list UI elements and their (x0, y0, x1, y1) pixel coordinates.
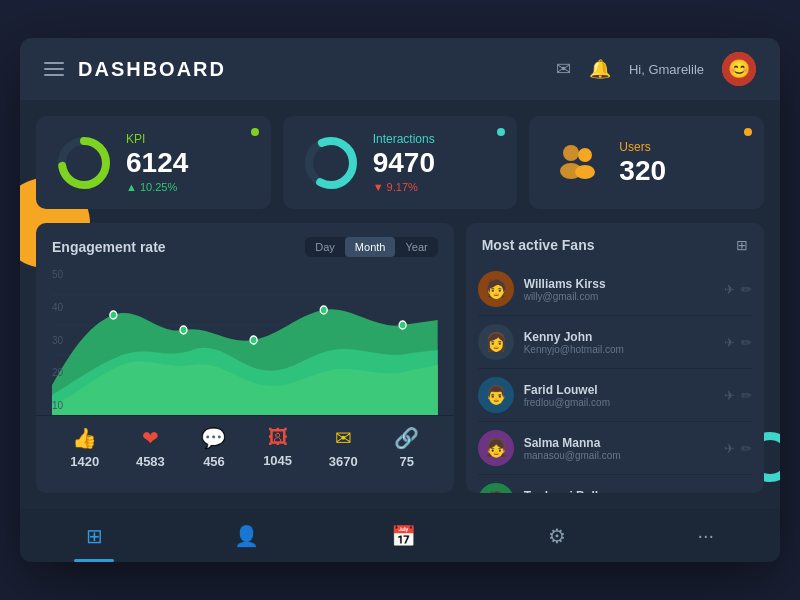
fan-email-3: fredlou@gmail.com (524, 397, 714, 408)
kpi-label-3: Users (619, 140, 744, 154)
fan-avatar-2: 👩 (478, 324, 514, 360)
time-toggle: Day Month Year (305, 237, 437, 257)
edit-icon-3[interactable]: ✏ (741, 388, 752, 403)
fan-name-2: Kenny John (524, 330, 714, 344)
fan-email-2: Kennyjo@hotmail.com (524, 344, 714, 355)
edit-icon-4[interactable]: ✏ (741, 441, 752, 456)
stat-images: 🖼 1045 (263, 426, 292, 469)
send-icon-2[interactable]: ✈ (724, 335, 735, 350)
nav-profile[interactable]: 👤 (214, 520, 279, 552)
fan-actions-1: ✈ ✏ (724, 282, 752, 297)
stats-row: 👍 1420 ❤ 4583 💬 456 🖼 1045 (36, 415, 454, 479)
engagement-card: Engagement rate Day Month Year 50 40 30 … (36, 223, 454, 493)
hamburger-menu[interactable] (44, 62, 64, 76)
stat-likes: 👍 1420 (70, 426, 99, 469)
kpi-info-3: Users 320 (619, 140, 744, 185)
kpi-icon-1 (56, 135, 112, 191)
fan-avatar-4: 👧 (478, 430, 514, 466)
fan-actions-3: ✈ ✏ (724, 388, 752, 403)
kpi-info-1: KPI 6124 ▲ 10.25% (126, 132, 251, 193)
kpi-info-2: Interactions 9470 ▼ 9.17% (373, 132, 498, 193)
fan-item: 🧔 Touhami Bell touhbell@gmail.com ✈ ✏ (478, 475, 752, 493)
engagement-chart-svg (52, 265, 438, 415)
nav-calendar[interactable]: 📅 (371, 520, 436, 552)
bell-icon[interactable]: 🔔 (589, 58, 611, 80)
more-nav-icon: ··· (697, 524, 714, 547)
stat-comments: 💬 456 (201, 426, 226, 469)
main-content: KPI 6124 ▲ 10.25% Interactions 9470 (20, 100, 780, 509)
kpi-change-2: ▼ 9.17% (373, 181, 498, 193)
y-label-20: 20 (52, 367, 63, 378)
y-axis: 50 40 30 20 10 (52, 265, 63, 415)
fan-actions-2: ✈ ✏ (724, 335, 752, 350)
edit-icon-1[interactable]: ✏ (741, 282, 752, 297)
fan-item: 👧 Salma Manna manasou@gmail.com ✈ ✏ (478, 422, 752, 475)
time-btn-month[interactable]: Month (345, 237, 396, 257)
kpi-label-1: KPI (126, 132, 251, 146)
header-left: DASHBOARD (44, 58, 226, 81)
y-label-40: 40 (52, 302, 63, 313)
kpi-row: KPI 6124 ▲ 10.25% Interactions 9470 (36, 116, 764, 209)
fan-email-4: manasou@gmail.com (524, 450, 714, 461)
send-icon-4[interactable]: ✈ (724, 441, 735, 456)
fan-info-2: Kenny John Kennyjo@hotmail.com (524, 330, 714, 355)
send-icon-3[interactable]: ✈ (724, 388, 735, 403)
likes-value: 1420 (70, 454, 99, 469)
fan-list: 🧑 Williams Kirss willy@gmail.com ✈ ✏ 👩 (466, 263, 764, 493)
avatar-image: 😊 (722, 52, 756, 86)
svg-point-7 (575, 165, 595, 179)
dashboard-nav-icon: ⊞ (86, 524, 103, 548)
svg-point-14 (250, 336, 257, 344)
edit-icon-2[interactable]: ✏ (741, 335, 752, 350)
stat-hearts: ❤ 4583 (136, 426, 165, 469)
kpi-donut-svg-1 (56, 135, 112, 191)
fan-item: 👨 Farid Louwel fredlou@gmail.com ✈ ✏ (478, 369, 752, 422)
comments-value: 456 (203, 454, 225, 469)
dashboard-container: DASHBOARD ✉ 🔔 Hi, Gmarelile 😊 (20, 38, 780, 562)
greeting-text: Hi, Gmarelile (629, 62, 704, 77)
fan-avatar-5: 🧔 (478, 483, 514, 493)
nav-settings[interactable]: ⚙ (528, 520, 586, 552)
images-value: 1045 (263, 453, 292, 468)
grid-icon[interactable]: ⊞ (736, 237, 748, 253)
svg-point-15 (320, 306, 327, 314)
fan-email-1: willy@gmail.com (524, 291, 714, 302)
kpi-change-1: ▲ 10.25% (126, 181, 251, 193)
svg-point-12 (110, 311, 117, 319)
kpi-dot-2 (497, 128, 505, 136)
header-right: ✉ 🔔 Hi, Gmarelile 😊 (556, 52, 756, 86)
fan-name-4: Salma Manna (524, 436, 714, 450)
fan-info-5: Touhami Bell touhbell@gmail.com (524, 489, 714, 494)
fan-item: 👩 Kenny John Kennyjo@hotmail.com ✈ ✏ (478, 316, 752, 369)
fan-name-5: Touhami Bell (524, 489, 714, 494)
kpi-value-3: 320 (619, 157, 744, 185)
header: DASHBOARD ✉ 🔔 Hi, Gmarelile 😊 (20, 38, 780, 100)
fan-name-1: Williams Kirss (524, 277, 714, 291)
hearts-value: 4583 (136, 454, 165, 469)
svg-point-16 (399, 321, 406, 329)
kpi-dot-3 (744, 128, 752, 136)
fans-card: Most active Fans ⊞ 🧑 Williams Kirss will… (466, 223, 764, 493)
nav-more[interactable]: ··· (677, 520, 734, 552)
fans-title: Most active Fans (482, 237, 595, 253)
profile-nav-icon: 👤 (234, 524, 259, 548)
send-icon-1[interactable]: ✈ (724, 282, 735, 297)
engagement-title: Engagement rate (52, 239, 166, 255)
nav-dashboard[interactable]: ⊞ (66, 520, 123, 552)
mail-icon[interactable]: ✉ (556, 58, 571, 80)
stat-links: 🔗 75 (394, 426, 419, 469)
kpi-value-1: 6124 (126, 149, 251, 177)
calendar-nav-icon: 📅 (391, 524, 416, 548)
avatar[interactable]: 😊 (722, 52, 756, 86)
kpi-icon-2 (303, 135, 359, 191)
page-title: DASHBOARD (78, 58, 226, 81)
time-btn-year[interactable]: Year (395, 237, 437, 257)
fan-actions-4: ✈ ✏ (724, 441, 752, 456)
fan-item: 🧑 Williams Kirss willy@gmail.com ✈ ✏ (478, 263, 752, 316)
time-btn-day[interactable]: Day (305, 237, 345, 257)
engagement-header: Engagement rate Day Month Year (36, 223, 454, 265)
bottom-section: Engagement rate Day Month Year 50 40 30 … (36, 223, 764, 493)
fan-name-3: Farid Louwel (524, 383, 714, 397)
svg-point-6 (578, 148, 592, 162)
fan-info-4: Salma Manna manasou@gmail.com (524, 436, 714, 461)
